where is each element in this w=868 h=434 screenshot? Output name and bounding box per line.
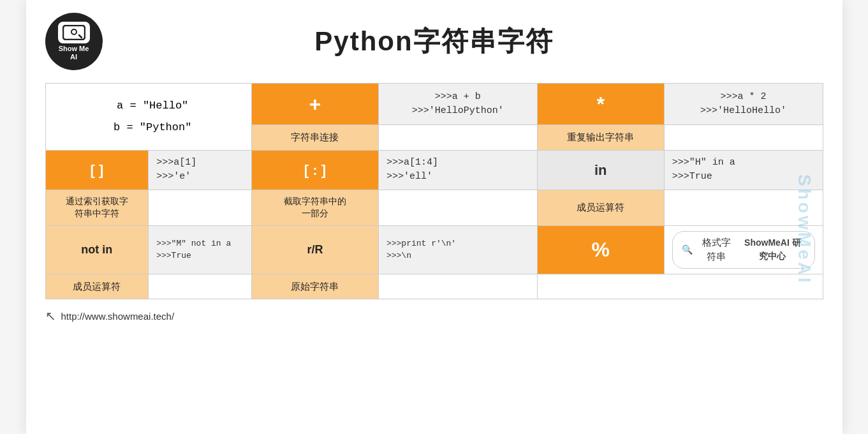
logo-icon: [63, 25, 85, 40]
spacer8: [537, 274, 823, 299]
slice-example-cell: >>>a[1:4] >>>'ell': [378, 150, 537, 190]
page-title: Python字符串字符: [115, 24, 753, 59]
slice-desc-cell: 截取字符串中的 一部分: [251, 190, 378, 225]
spacer3: [149, 190, 252, 225]
main-container: Show MeAI Python字符串字符 ShowMeAI a = "Hell…: [26, 0, 842, 434]
spacer7: [378, 274, 537, 299]
table-row-1: a = "Hello" b = "Python" + >>>a + b >>>'…: [45, 84, 823, 125]
rR-example-cell: >>>print r'\n' >>>\n: [378, 225, 537, 274]
logo-text: Show MeAI: [59, 45, 89, 61]
notin-example-cell: >>>"M" not in a >>>True: [149, 225, 252, 274]
star-header-cell: *: [537, 84, 664, 125]
star-desc-cell: 重复输出字符串: [537, 125, 664, 151]
in-header-cell: in: [537, 150, 664, 190]
spacer4: [378, 190, 537, 225]
bracket-example-cell: >>>a[1] >>>'e': [149, 150, 252, 190]
main-table: a = "Hello" b = "Python" + >>>a + b >>>'…: [45, 83, 823, 299]
cursor-icon: ↖: [45, 308, 56, 324]
table-row-2-desc: 通过索引获取字 符串中字符 截取字符串中的 一部分 成员运算符: [45, 190, 823, 225]
slice-header-cell: [ : ]: [251, 150, 378, 190]
table-row-3-header: not in >>>"M" not in a >>>True r/R >>>pr…: [45, 225, 823, 274]
spacer5: [664, 190, 823, 225]
rR-header-cell: r/R: [251, 225, 378, 274]
plus-example-cell: >>>a + b >>>'HelloPython': [378, 84, 537, 125]
in-example-cell: >>>"H" in a >>>True: [664, 150, 823, 190]
table-row-2-header: [ ] >>>a[1] >>>'e' [ : ] >>>a[1:4] >>>'e…: [45, 150, 823, 190]
table-row-3-desc: 成员运算符 原始字符串: [45, 274, 823, 299]
in-desc-cell: 成员运算符: [537, 190, 664, 225]
plus-header-cell: +: [251, 84, 378, 125]
spacer6: [149, 274, 252, 299]
brand-badge-inline: 🔍 格式字符串 ShowMeAI 研究中心: [672, 231, 815, 269]
notin-desc-cell: 成员运算符: [45, 274, 149, 299]
bracket-header-cell: [ ]: [45, 150, 149, 190]
percent-header-cell: %: [537, 225, 664, 274]
bracket-desc-cell: 通过索引获取字 符串中字符: [45, 190, 149, 225]
code-vars-cell: a = "Hello" b = "Python": [45, 84, 251, 151]
notin-header-cell: not in: [45, 225, 149, 274]
percent-desc-area: 🔍 格式字符串 ShowMeAI 研究中心: [664, 225, 823, 274]
header: Show MeAI Python字符串字符: [45, 13, 823, 70]
svg-point-1: [71, 29, 77, 34]
plus-desc-cell: 字符串连接: [251, 125, 378, 151]
logo: Show MeAI: [45, 13, 103, 70]
footer-url: http://www.showmeai.tech/: [61, 311, 175, 322]
rR-desc-cell: 原始字符串: [251, 274, 378, 299]
spacer2: [664, 125, 823, 151]
spacer1: [378, 125, 537, 151]
star-example-cell: >>>a * 2 >>>'HelloHello': [664, 84, 823, 125]
footer: ↖ http://www.showmeai.tech/: [45, 308, 823, 324]
